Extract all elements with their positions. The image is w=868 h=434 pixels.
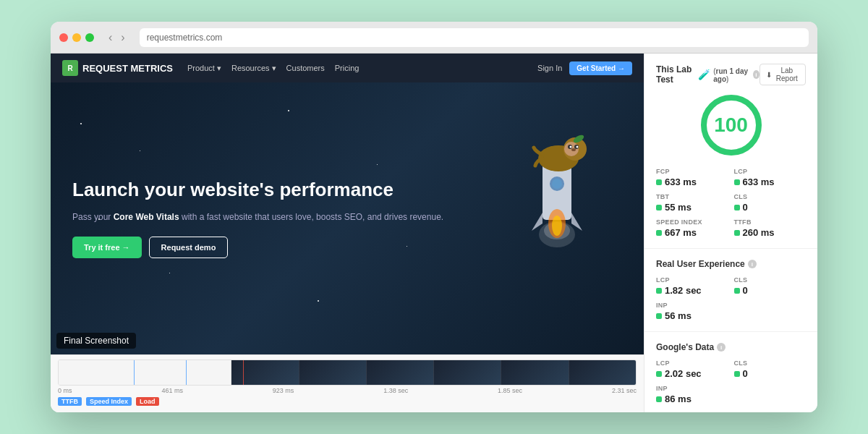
real-user-grid: LCP 1.82 sec CLS 0 INP: [656, 276, 806, 321]
speed-index-value: 667 ms: [656, 227, 728, 238]
lcp-dot: [734, 179, 740, 185]
tl-label-2: 923 ms: [273, 387, 294, 394]
thumb-6: [569, 360, 636, 385]
ttfb-dot: [734, 230, 740, 236]
website-nav: R REQUEST METRICS Product ▾ Resources ▾ …: [51, 54, 644, 82]
timeline-labels: 0 ms 461 ms 923 ms 1.38 sec 1.85 sec 2.3…: [58, 386, 637, 396]
tbt-val-text: 55 ms: [665, 202, 692, 213]
cls-val-text: 0: [743, 202, 748, 213]
metric-speed-index: SPEED INDEX 667 ms: [656, 218, 728, 238]
google-data-grid: LCP 2.02 sec CLS 0 INP: [656, 359, 806, 404]
real-user-info-icon[interactable]: i: [748, 260, 757, 268]
hero-buttons: Try it free → Request demo: [72, 237, 622, 258]
tl-label-5: 2.31 sec: [612, 387, 637, 394]
real-user-label: Real User Experience: [656, 259, 745, 269]
lab-test-section: This Lab Test 🧪 (run 1 day ago) i ⬇ Lab …: [644, 54, 817, 249]
gd-cls-dot: [734, 371, 740, 377]
subtitle-bold: Core Web Vitals: [114, 212, 179, 222]
google-data-section: Google's Data i LCP 2.02 sec CLS: [644, 332, 817, 412]
tl-label-3: 1.38 sec: [383, 387, 408, 394]
close-button[interactable]: [59, 33, 68, 42]
ru-inp-label: INP: [656, 302, 728, 309]
timeline-panel: 0 ms 461 ms 923 ms 1.38 sec 1.85 sec 2.3…: [51, 354, 644, 412]
website-panel: R REQUEST METRICS Product ▾ Resources ▾ …: [51, 54, 644, 412]
ru-cls-dot: [734, 288, 740, 294]
score-circle: 100: [699, 93, 764, 158]
nav-links: Product ▾ Resources ▾ Customers Pricing: [187, 64, 523, 73]
lcp-label: LCP: [734, 168, 807, 175]
lab-test-info-icon[interactable]: i: [753, 70, 760, 79]
browser-chrome: ‹ › requestmetrics.com: [51, 22, 817, 54]
gd-lcp-value: 2.02 sec: [656, 368, 728, 379]
lab-test-label: This Lab Test: [656, 64, 695, 85]
forward-button[interactable]: ›: [118, 30, 127, 46]
speed-index-line: [186, 360, 187, 385]
gd-inp: INP 86 ms: [656, 385, 728, 404]
lab-test-header: This Lab Test 🧪 (run 1 day ago) i ⬇ Lab …: [656, 64, 806, 85]
back-button[interactable]: ‹: [106, 30, 115, 46]
nav-buttons: ‹ ›: [106, 30, 128, 46]
hero-title: Launch your website's performance: [72, 179, 622, 201]
google-data-info-icon[interactable]: i: [717, 343, 726, 352]
tl-label-0: 0 ms: [58, 387, 72, 394]
traffic-lights: [59, 33, 94, 42]
download-icon: ⬇: [766, 71, 772, 79]
speed-index-marker: Speed Index: [86, 397, 132, 406]
gd-lcp-dot: [656, 371, 662, 377]
try-free-button[interactable]: Try it free →: [72, 237, 142, 258]
metric-cls: CLS 0: [734, 193, 807, 213]
site-logo: R REQUEST METRICS: [62, 60, 173, 76]
thumb-3: [367, 360, 434, 385]
thumb-5: [501, 360, 569, 385]
tbt-label: TBT: [656, 193, 728, 200]
metric-fcp: FCP 633 ms: [656, 168, 728, 187]
nav-resources[interactable]: Resources ▾: [231, 64, 276, 73]
metric-lcp: LCP 633 ms: [734, 168, 807, 187]
speed-index-dot: [656, 230, 662, 236]
nav-customers[interactable]: Customers: [286, 64, 325, 73]
real-user-title: Real User Experience i: [656, 259, 757, 269]
browser-window: ‹ › requestmetrics.com R REQUEST METRICS…: [51, 22, 817, 412]
nav-product[interactable]: Product ▾: [187, 64, 221, 73]
cls-value: 0: [734, 202, 807, 213]
google-data-header: Google's Data i: [656, 342, 806, 352]
google-data-title: Google's Data i: [656, 342, 726, 352]
nav-pricing[interactable]: Pricing: [335, 64, 359, 73]
maximize-button[interactable]: [85, 33, 94, 42]
ttfb-val-text: 260 ms: [743, 227, 775, 238]
ru-lcp-label: LCP: [656, 276, 728, 284]
gd-inp-dot: [656, 396, 662, 402]
fcp-dot: [656, 179, 662, 185]
address-bar[interactable]: requestmetrics.com: [140, 28, 809, 47]
signin-link[interactable]: Sign In: [537, 64, 562, 72]
flask-icon: 🧪: [698, 69, 710, 80]
ru-cls: CLS 0: [734, 276, 807, 296]
minimize-button[interactable]: [72, 33, 81, 42]
run-info-text: run 1 day ago: [713, 67, 748, 83]
screenshot-label: Final Screenshot: [56, 333, 136, 349]
gd-cls: CLS 0: [734, 359, 807, 379]
svg-point-13: [570, 146, 572, 148]
timeline-markers: TTFB Speed Index Load: [58, 397, 637, 406]
load-marker: Load: [136, 397, 159, 406]
timeline-empty: [59, 360, 231, 385]
get-started-button[interactable]: Get Started →: [569, 61, 632, 75]
lab-report-button[interactable]: ⬇ Lab Report: [760, 64, 806, 85]
ru-cls-value: 0: [734, 285, 807, 296]
ru-lcp-dot: [656, 288, 662, 294]
ru-lcp-val: 1.82 sec: [665, 285, 702, 296]
lcp-value: 633 ms: [734, 176, 807, 187]
speed-index-val-text: 667 ms: [665, 227, 697, 238]
subtitle-end: with a fast website that users love, boo…: [179, 212, 444, 222]
tbt-value: 55 ms: [656, 202, 728, 213]
gd-lcp-val: 2.02 sec: [665, 368, 702, 379]
thumb-2: [299, 360, 367, 385]
metric-tbt: TBT 55 ms: [656, 193, 728, 213]
thumb-1: [231, 360, 299, 385]
timeline-thumbnails: [231, 360, 636, 385]
ttfb-marker: TTFB: [58, 397, 82, 406]
run-info: (run 1 day ago): [713, 67, 750, 83]
request-demo-button[interactable]: Request demo: [149, 237, 229, 258]
metric-ttfb: TTFB 260 ms: [734, 218, 807, 238]
gd-cls-val: 0: [743, 368, 748, 379]
